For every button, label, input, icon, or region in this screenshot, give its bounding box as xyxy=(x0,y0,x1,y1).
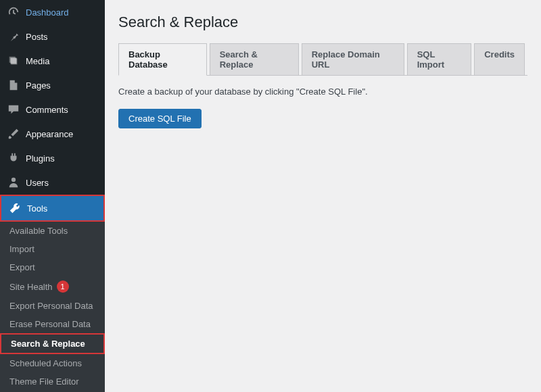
submenu-scheduled-actions[interactable]: Scheduled Actions xyxy=(0,354,105,372)
submenu-site-health[interactable]: Site Health1 xyxy=(0,276,105,297)
create-sql-file-button[interactable]: Create SQL File xyxy=(118,109,202,128)
page-icon xyxy=(7,78,20,92)
sidebar-item-posts[interactable]: Posts xyxy=(0,24,105,49)
active-menu-arrow-icon xyxy=(106,203,112,214)
tab-search-replace[interactable]: Search & Replace xyxy=(210,43,299,76)
sidebar-item-appearance[interactable]: Appearance xyxy=(0,122,105,146)
brush-icon xyxy=(7,127,20,141)
tab-replace-domain-url[interactable]: Replace Domain URL xyxy=(302,43,404,76)
sidebar-item-label: Comments xyxy=(26,105,68,115)
submenu-export[interactable]: Export xyxy=(0,258,105,276)
sidebar-item-media[interactable]: Media xyxy=(0,49,105,73)
site-health-badge: 1 xyxy=(57,280,69,293)
wrench-icon xyxy=(8,201,22,215)
sidebar-item-label: Posts xyxy=(26,32,48,42)
sidebar-item-plugins[interactable]: Plugins xyxy=(0,146,105,170)
sidebar-item-comments[interactable]: Comments xyxy=(0,97,105,122)
sidebar-item-label: Pages xyxy=(26,80,51,91)
tab-description: Create a backup of your database by clic… xyxy=(118,87,527,97)
page-title: Search & Replace xyxy=(118,14,527,31)
sidebar-item-label: Media xyxy=(26,56,49,66)
submenu-erase-personal-data[interactable]: Erase Personal Data xyxy=(0,315,105,333)
tab-navigation: Backup Database Search & Replace Replace… xyxy=(118,43,527,76)
main-content: Search & Replace Backup Database Search … xyxy=(105,0,541,392)
sidebar-item-label: Tools xyxy=(27,203,47,214)
submenu-theme-file-editor[interactable]: Theme File Editor xyxy=(0,372,105,391)
tab-backup-database[interactable]: Backup Database xyxy=(118,43,207,76)
sidebar-item-label: Dashboard xyxy=(26,7,69,18)
plug-icon xyxy=(7,151,20,165)
media-icon xyxy=(7,54,20,68)
sidebar-item-tools[interactable]: Tools xyxy=(1,196,103,220)
submenu-export-personal-data[interactable]: Export Personal Data xyxy=(0,297,105,315)
pin-icon xyxy=(7,30,20,43)
sidebar-item-label: Plugins xyxy=(26,153,55,164)
submenu-search-replace[interactable]: Search & Replace xyxy=(0,333,105,354)
sidebar-item-label: Appearance xyxy=(26,129,73,139)
admin-sidebar: Dashboard Posts Media Pages Comments App… xyxy=(0,0,105,392)
submenu-import[interactable]: Import xyxy=(0,240,105,258)
user-icon xyxy=(7,176,20,189)
tools-submenu: Available Tools Import Export Site Healt… xyxy=(0,222,105,392)
gauge-icon xyxy=(7,5,20,19)
sidebar-item-dashboard[interactable]: Dashboard xyxy=(0,0,105,24)
submenu-available-tools[interactable]: Available Tools xyxy=(0,222,105,240)
sidebar-item-tools-highlight: Tools xyxy=(0,195,105,222)
tab-credits[interactable]: Credits xyxy=(474,43,525,76)
tab-sql-import[interactable]: SQL Import xyxy=(407,43,472,76)
comment-icon xyxy=(7,103,20,116)
sidebar-item-users[interactable]: Users xyxy=(0,170,105,195)
sidebar-item-label: Users xyxy=(26,178,49,188)
sidebar-item-pages[interactable]: Pages xyxy=(0,73,105,97)
